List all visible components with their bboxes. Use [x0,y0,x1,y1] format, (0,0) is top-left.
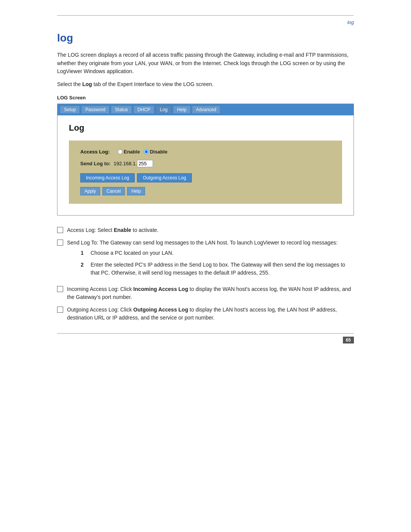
enable-radio-label[interactable]: Enable [118,149,140,155]
screenshot-box: Setup Password Status DHCP Log Help Adva… [57,104,354,216]
tab-help[interactable]: Help [173,105,191,114]
bullet-item-outgoing: Outgoing Access Log: Click Outgoing Acce… [57,306,354,322]
select-tab-text: Select the Log tab of the Expert Interfa… [57,81,354,87]
top-page-label: log [57,19,354,25]
bullet-text-3: Incoming Access Log: Click Incoming Acce… [67,285,354,301]
send-log-row: Send Log to: 192.168.1. [80,160,331,167]
page-number: 65 [343,337,354,343]
numbered-steps: 1 Choose a PC located on your LAN. 2 Ent… [81,249,354,277]
tab-dhcp[interactable]: DHCP [133,105,155,114]
page-heading: log [57,32,354,44]
help-button[interactable]: Help [127,187,145,195]
radio-group: Enable Disable [118,149,167,155]
section-label: LOG Screen [57,95,354,101]
log-buttons-row: Incoming Access Log Outgoing Access Log [80,173,331,182]
body-paragraph: The LOG screen displays a record of all … [57,51,354,76]
bullet-text-1: Access Log: Select Enable to activate. [67,226,354,234]
tab-password[interactable]: Password [81,105,110,114]
tab-setup[interactable]: Setup [60,105,80,114]
step-1: 1 Choose a PC located on your LAN. [81,249,354,257]
apply-button[interactable]: Apply [80,187,100,195]
top-rule [57,15,354,16]
bullet-icon-2 [57,240,63,246]
log-panel: Access Log: Enable Disable Sen [69,141,342,204]
tab-bar: Setup Password Status DHCP Log Help Adva… [57,104,354,115]
step-2: 2 Enter the selected PC's IP address in … [81,261,354,277]
disable-radio[interactable] [144,149,149,154]
bullet-text-2: Send Log To: The Gateway can send log me… [67,239,354,281]
ip-prefix: 192.168.1. [113,161,137,166]
tab-status[interactable]: Status [111,105,132,114]
bullet-icon-3 [57,286,63,292]
access-log-row: Access Log: Enable Disable [80,149,331,155]
tab-log[interactable]: Log [156,105,172,114]
tab-advanced[interactable]: Advanced [192,105,220,114]
bullet-text-4: Outgoing Access Log: Click Outgoing Acce… [67,306,354,322]
cancel-button[interactable]: Cancel [102,187,125,195]
log-screen-title: Log [69,123,342,133]
send-log-label: Send Log to: [80,161,110,166]
bottom-rule [57,333,354,334]
page-number-row: 65 [57,337,354,343]
bullet-item-send-log: Send Log To: The Gateway can send log me… [57,239,354,281]
bullet-icon-4 [57,307,63,313]
disable-radio-label[interactable]: Disable [144,149,167,155]
enable-radio[interactable] [118,149,123,154]
bullet-list: Access Log: Select Enable to activate. S… [57,226,354,322]
ip-suffix-input[interactable] [137,160,153,167]
bullet-icon-1 [57,227,63,233]
bullet-item-incoming: Incoming Access Log: Click Incoming Acce… [57,285,354,301]
bullet-item-access-log: Access Log: Select Enable to activate. [57,226,354,234]
action-row: Apply Cancel Help [80,187,331,195]
screenshot-content: Log Access Log: Enable Disable [57,115,354,215]
access-log-label: Access Log: [80,149,115,155]
incoming-access-log-button[interactable]: Incoming Access Log [80,173,135,182]
outgoing-access-log-button[interactable]: Outgoing Access Log [137,173,191,182]
